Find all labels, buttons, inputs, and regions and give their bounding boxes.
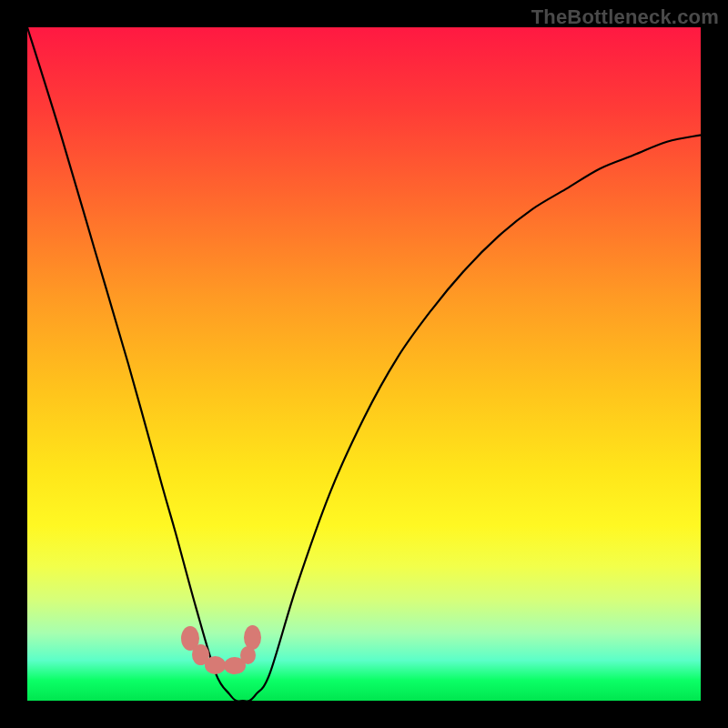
marker-blob (240, 646, 256, 664)
bottleneck-curve (27, 27, 701, 701)
marker-blob (205, 656, 226, 674)
watermark-text: TheBottleneck.com (531, 5, 719, 29)
chart-frame: TheBottleneck.com (0, 0, 728, 728)
